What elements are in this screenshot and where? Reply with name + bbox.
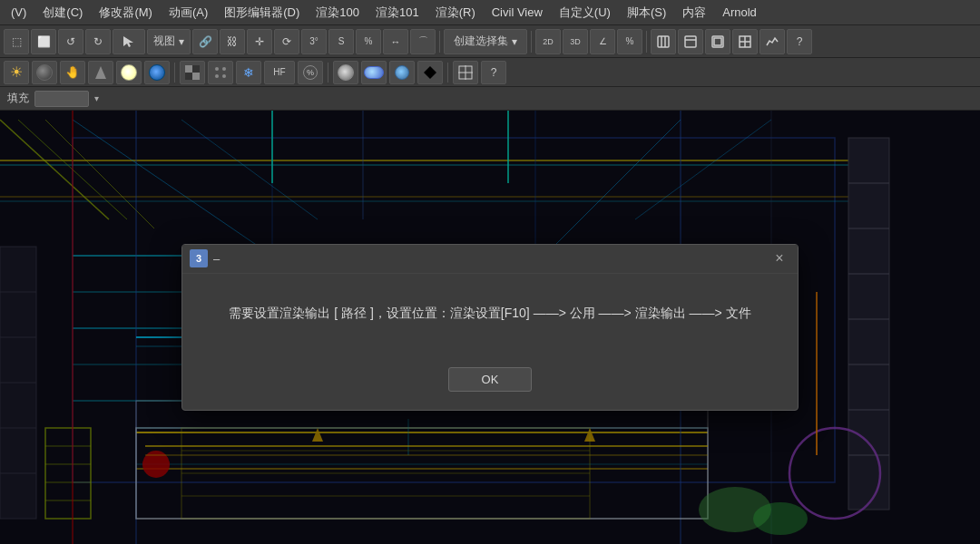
fill-dropdown-arrow[interactable]: ▾ (94, 93, 99, 103)
cone-btn[interactable] (88, 61, 113, 84)
svg-point-17 (222, 67, 226, 71)
render-window-tool[interactable] (678, 29, 703, 54)
svg-rect-1 (658, 36, 669, 47)
hf-btn[interactable]: HF (264, 61, 295, 84)
fill-value[interactable] (34, 91, 89, 107)
dialog-overlay: 3 – × 需要设置渲染输出 [ 路径 ]，设置位置：渲染设置[F10] ——>… (0, 111, 980, 544)
sep1 (439, 31, 440, 53)
menu-item-create[interactable]: 创建(C) (35, 2, 90, 24)
fill-bar: 填充 ▾ (0, 87, 980, 111)
svg-rect-7 (714, 38, 721, 45)
render-frame-tool[interactable] (651, 29, 676, 54)
svg-rect-15 (185, 73, 192, 80)
menu-item-civilview[interactable]: Civil View (485, 3, 550, 22)
dialog-titlebar: 3 – × (182, 245, 798, 274)
viewport[interactable]: 3 – × 需要设置渲染输出 [ 路径 ]，设置位置：渲染设置[F10] ——>… (0, 111, 980, 544)
select-tool[interactable] (113, 29, 145, 54)
toolbar-row1: ⬚ ⬜ ↺ ↻ 视图 ▾ 🔗 ⛓ ✛ ⟳ 3° S % ↔ ⌒ 创建选择集 ▾ … (0, 25, 980, 58)
bright-sphere-btn[interactable] (116, 61, 142, 84)
safe-frame-tool[interactable] (705, 29, 730, 54)
graph-tool[interactable] (760, 29, 785, 54)
menu-item-v[interactable]: (V) (4, 3, 34, 22)
sep3 (646, 31, 647, 53)
dialog-message: 需要设置渲染输出 [ 路径 ]，设置位置：渲染设置[F10] ——> 公用 ——… (226, 303, 754, 325)
percent-circle-btn[interactable]: % (298, 61, 323, 84)
svg-rect-14 (192, 65, 200, 73)
dots-btn[interactable] (208, 61, 233, 84)
svg-point-19 (222, 74, 226, 78)
svg-point-16 (215, 67, 219, 71)
menu-item-render[interactable]: 渲染(R) (428, 2, 483, 24)
svg-marker-0 (123, 36, 133, 47)
question-btn[interactable]: ? (481, 61, 506, 84)
undo-tool[interactable]: ↺ (58, 29, 83, 54)
menu-item-graph-editor[interactable]: 图形编辑器(D) (217, 2, 307, 24)
tb2-sep1 (174, 63, 175, 83)
unlink-tool[interactable]: ⛓ (220, 29, 245, 54)
sphere2-btn[interactable] (333, 61, 358, 84)
fill-label: 填充 (7, 91, 29, 106)
dialog-ok-button[interactable]: OK (448, 367, 533, 392)
redo-tool[interactable]: ↻ (85, 29, 111, 54)
sphere-btn[interactable] (32, 61, 57, 84)
menu-item-script[interactable]: 脚本(S) (620, 2, 673, 24)
menu-bar: (V) 创建(C) 修改器(M) 动画(A) 图形编辑器(D) 渲染100 渲染… (0, 0, 980, 25)
tb2-sep2 (328, 63, 328, 83)
grid-btn[interactable] (453, 61, 478, 84)
help-tool[interactable]: ? (787, 29, 812, 54)
dialog-body: 需要设置渲染输出 [ 路径 ]，设置位置：渲染设置[F10] ——> 公用 ——… (182, 274, 798, 368)
svg-marker-11 (95, 66, 106, 79)
svg-rect-12 (185, 65, 192, 73)
viewport-layout-tool[interactable] (732, 29, 758, 54)
menu-item-animation[interactable]: 动画(A) (162, 2, 215, 24)
view-dropdown[interactable]: 视图 ▾ (147, 29, 191, 54)
hand-btn[interactable]: 🤚 (60, 61, 85, 84)
angle-snap-tool[interactable]: ∠ (590, 29, 615, 54)
menu-item-render101[interactable]: 渲染101 (368, 2, 426, 24)
snap-2d-tool[interactable]: 2D (535, 29, 561, 54)
toolbar-row2: ☀ 🤚 ❄ HF % ? (0, 58, 980, 87)
scale-tool[interactable]: 3° (301, 29, 327, 54)
diamond-btn[interactable] (417, 61, 443, 84)
pill-btn[interactable] (361, 61, 387, 84)
menu-item-modifier[interactable]: 修改器(M) (92, 2, 160, 24)
dialog-footer: OK (182, 367, 798, 410)
select-rect-tool[interactable]: ⬚ (4, 29, 29, 54)
dialog-box: 3 – × 需要设置渲染输出 [ 路径 ]，设置位置：渲染设置[F10] ——>… (181, 244, 799, 412)
snowflake-btn[interactable]: ❄ (236, 61, 261, 84)
globe-btn[interactable] (144, 61, 170, 84)
menu-item-content[interactable]: 内容 (675, 2, 713, 24)
percent-tool[interactable]: % (356, 29, 381, 54)
create-selection-set-btn[interactable]: 创建选择集 ▾ (444, 29, 527, 54)
create-sel-dropdown-arrow: ▾ (512, 35, 517, 48)
menu-item-render100[interactable]: 渲染100 (309, 2, 367, 24)
dialog-title-left: 3 – (190, 249, 220, 267)
menu-item-custom[interactable]: 自定义(U) (552, 2, 618, 24)
snap-3d-tool[interactable]: 3D (563, 29, 588, 54)
curve-tool[interactable]: ⌒ (410, 29, 436, 54)
select-all-tool[interactable]: ⬜ (31, 29, 56, 54)
sep2 (531, 31, 532, 53)
svg-rect-13 (192, 73, 200, 80)
dialog-title-text: – (213, 252, 220, 266)
dialog-close-button[interactable]: × (769, 249, 790, 267)
circle-outline-btn[interactable] (389, 61, 415, 84)
svg-point-18 (215, 74, 219, 78)
mirror-tool[interactable]: ↔ (383, 29, 408, 54)
dialog-icon: 3 (190, 249, 208, 267)
menu-item-arnold[interactable]: Arnold (715, 3, 764, 22)
squash-tool[interactable]: S (328, 29, 354, 54)
view-label: 视图 (153, 34, 175, 49)
svg-marker-20 (424, 66, 436, 79)
rotate-tool[interactable]: ⟳ (274, 29, 299, 54)
sun-light-btn[interactable]: ☀ (4, 61, 29, 84)
percent-snap-tool[interactable]: % (617, 29, 642, 54)
view-dropdown-arrow: ▾ (179, 35, 184, 48)
svg-rect-4 (685, 36, 696, 47)
move-tool[interactable]: ✛ (247, 29, 272, 54)
link-tool[interactable]: 🔗 (192, 29, 218, 54)
create-selection-set-label: 创建选择集 (454, 34, 508, 49)
checker-btn[interactable] (180, 61, 205, 84)
tb2-sep3 (447, 63, 448, 83)
